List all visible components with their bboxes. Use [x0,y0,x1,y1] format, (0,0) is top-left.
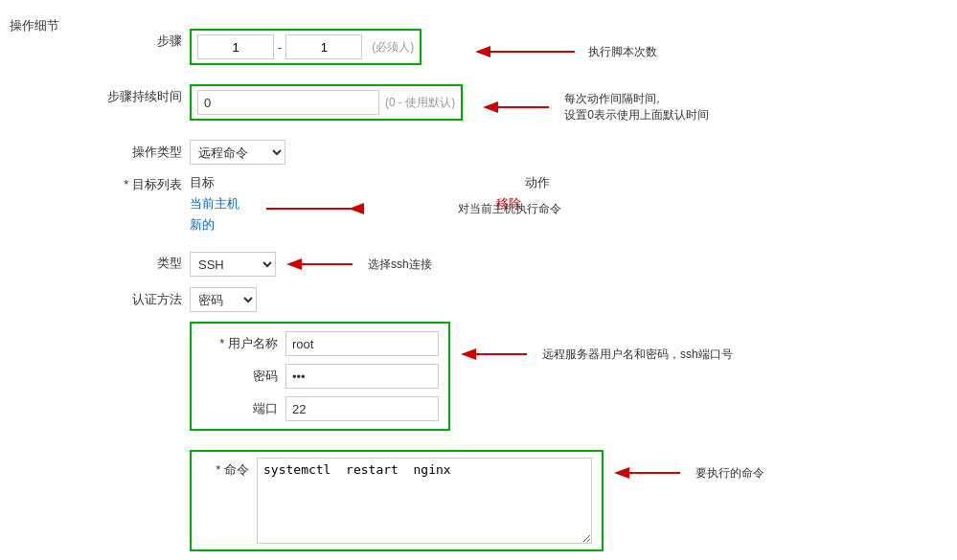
duration-input[interactable] [197,90,379,115]
duration-hint: (0 - 使用默认) [385,95,455,111]
cmd-label: * 命令 [201,458,249,479]
password-label: 密码 [201,368,278,385]
target-list-label: * 目标列表 [96,174,182,193]
auth-select[interactable]: 密码 [190,287,257,312]
cmd-annotation: 要执行的命令 [695,465,764,482]
section-title: 操作细节 [10,17,59,34]
port-label: 端口 [201,400,278,417]
op-type-label: 操作类型 [96,140,182,161]
password-input[interactable] [285,364,439,389]
duration-annotation-2: 设置0表示使用上面默认时间 [564,107,709,123]
type-annotation: 选择ssh连接 [368,257,432,273]
type-label: 类型 [96,251,182,272]
duration-label: 步骤持续时间 [96,84,182,105]
auth-label: 认证方法 [96,287,182,308]
target-annotation: 对当前主机执行命令 [458,201,561,217]
target-col2-header: 动作 [525,174,550,191]
username-label: * 用户名称 [201,335,278,352]
step-separator: - [278,40,282,55]
type-select[interactable]: SSH [190,252,276,277]
duration-arrow [482,93,558,122]
step-annotation: 执行脚本次数 [588,44,657,60]
op-type-select[interactable]: 远程命令 [190,140,285,165]
type-arrow [285,251,362,278]
cmd-arrow [613,459,690,486]
username-input[interactable] [285,331,439,356]
credentials-arrow [460,341,536,368]
step-hint: (必须人) [372,39,414,56]
step-input-2[interactable] [285,34,362,59]
step-label: 步骤 [96,29,182,50]
step-arrow [469,37,584,66]
step-input-1[interactable] [197,34,274,59]
duration-annotation-1: 每次动作间隔时间, [564,91,709,107]
target-col1-header: 目标 [190,174,381,191]
target-new-link[interactable]: 新的 [190,217,215,232]
port-input[interactable] [285,396,439,421]
credentials-annotation: 远程服务器用户名和密码，ssh端口号 [542,347,733,363]
cmd-textarea[interactable]: systemctl restart nginx [257,458,592,544]
target-arrow [266,195,362,222]
